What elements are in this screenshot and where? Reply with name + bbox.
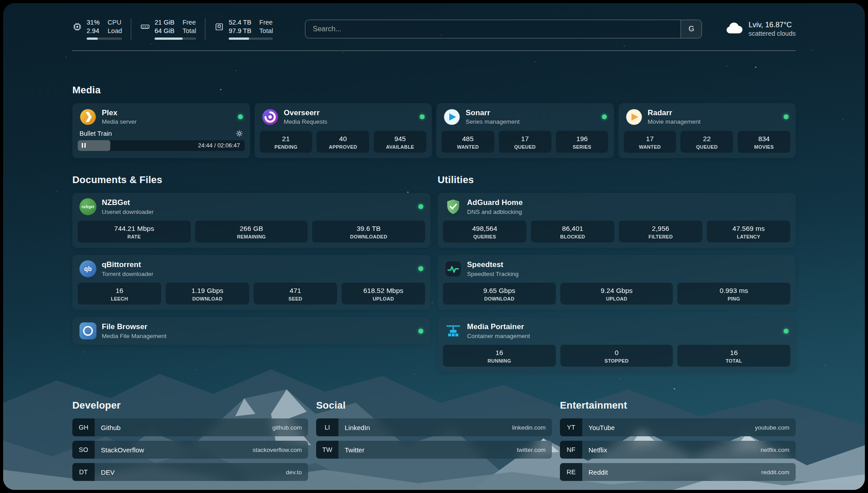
plex-icon: [79, 109, 96, 125]
service-desc: Media File Management: [102, 333, 167, 339]
speedtest-header-link[interactable]: Speedtest Speedtest Tracking: [438, 255, 796, 283]
cpu-percent: 31%: [87, 18, 100, 27]
bookmark-dev[interactable]: DT DEV dev.to: [72, 463, 308, 481]
filebrowser-header-link[interactable]: File Browser Media File Management: [72, 317, 430, 345]
disk-progress-fill: [229, 38, 249, 40]
service-desc: Usenet downloader: [102, 209, 154, 215]
memory-icon: [140, 22, 150, 32]
pause-icon[interactable]: [82, 143, 86, 148]
weather-condition: scattered clouds: [748, 29, 796, 38]
stat-value: 17: [626, 134, 675, 143]
stat-ping: 0.993 ms PING: [677, 283, 790, 305]
bookmark-abbr: LI: [316, 418, 338, 436]
stat-value: 21: [262, 134, 311, 143]
stat-value: 0: [562, 348, 672, 357]
stat-label: UPLOAD: [343, 296, 423, 301]
plex-header-link[interactable]: Plex Media server: [72, 103, 250, 131]
gear-icon[interactable]: [236, 130, 243, 137]
stat-value: 0.993 ms: [679, 286, 789, 295]
stat-stopped: 0 STOPPED: [560, 345, 673, 367]
memory-free-value: 21 GiB: [154, 18, 174, 27]
bookmark-youtube[interactable]: YT YouTube youtube.com: [560, 418, 796, 436]
top-bar: 31% 2.94 CPU Load: [72, 18, 796, 40]
status-dot: [238, 114, 243, 119]
bookmark-url: stackoverflow.com: [253, 447, 302, 453]
bookmark-name: Twitter: [345, 446, 364, 454]
cpu-icon: [72, 22, 82, 32]
stat-queries: 498,564 QUERIES: [443, 221, 526, 242]
developer-bookmarks: Developer GH Github github.com SO StackO…: [72, 400, 308, 485]
stat-value: 47.569 ms: [709, 224, 789, 233]
media-section: Media Plex: [72, 84, 796, 158]
sonarr-icon: [443, 109, 460, 125]
bookmark-name: Github: [101, 424, 121, 431]
bookmark-name: LinkedIn: [345, 424, 370, 431]
service-desc: Media Requests: [284, 118, 328, 125]
stat-value: 2,956: [621, 224, 701, 233]
nzbget-header-link[interactable]: nzbget NZBGet Usenet downloader: [72, 193, 430, 221]
service-name: qBittorrent: [102, 260, 154, 269]
search-provider-button[interactable]: G: [680, 20, 701, 38]
stat-value: 618.52 Mbps: [343, 286, 423, 295]
bookmark-url: twitter.com: [517, 447, 546, 453]
stat-label: WANTED: [626, 144, 675, 150]
adguard-header-link[interactable]: AdGuard Home DNS and adblocking: [438, 193, 796, 221]
search-input[interactable]: [305, 20, 702, 38]
service-desc: Torrent downloader: [102, 271, 154, 277]
stat-label: LEECH: [79, 296, 159, 301]
sonarr-header-link[interactable]: Sonarr Series management: [436, 103, 614, 131]
stat-label: DOWNLOAD: [445, 296, 554, 301]
stat-label: RATE: [79, 234, 189, 239]
snow-particles: [3, 3, 4, 4]
service-desc: Container management: [467, 333, 530, 339]
cpu-progress-bar: [87, 38, 122, 40]
portainer-header-link[interactable]: Media Portainer Container management: [438, 317, 796, 345]
stat-filtered: 2,956 FILTERED: [619, 221, 702, 242]
stat-value: 22: [682, 134, 731, 143]
stat-leech: 16 LEECH: [78, 283, 161, 305]
stat-label: LATENCY: [709, 234, 789, 239]
bookmark-url: reddit.com: [761, 469, 789, 476]
radarr-header-link[interactable]: Radarr Movie management: [618, 103, 796, 131]
service-name: File Browser: [102, 322, 167, 331]
status-dot: [420, 114, 425, 119]
bookmark-netflix[interactable]: NF Netflix netflix.com: [560, 441, 796, 459]
service-name: Sonarr: [466, 109, 520, 117]
snow-particles-bright: [3, 3, 4, 4]
service-card-nzbget: nzbget NZBGet Usenet downloader 744.21 M…: [72, 193, 430, 248]
overseerr-header-link[interactable]: Overseerr Media Requests: [255, 103, 432, 131]
bookmark-abbr: TW: [316, 441, 338, 459]
qbittorrent-header-link[interactable]: qb qBittorrent Torrent downloader: [72, 255, 430, 283]
status-dot: [784, 329, 789, 334]
bookmark-reddit[interactable]: RE Reddit reddit.com: [560, 463, 796, 481]
stat-label: AVAILABLE: [376, 144, 425, 150]
stat-label: SEED: [255, 296, 335, 301]
stat-download: 1.19 Gbps DOWNLOAD: [166, 283, 249, 305]
stat-label: REMAINING: [197, 234, 306, 239]
stat-label: BLOCKED: [533, 234, 613, 239]
bookmark-github[interactable]: GH Github github.com: [72, 418, 308, 436]
stat-value: 9.24 Gbps: [562, 286, 672, 295]
section-title-utilities: Utilities: [438, 174, 796, 186]
service-desc: Movie management: [648, 118, 701, 125]
bookmark-linkedin[interactable]: LI LinkedIn linkedin.com: [316, 418, 552, 436]
stat-value: 266 GB: [197, 224, 306, 233]
nzbget-icon: nzbget: [79, 198, 96, 215]
stat-label: MOVIES: [739, 144, 789, 150]
stat-blocked: 86,401 BLOCKED: [531, 221, 614, 242]
bookmark-stackoverflow[interactable]: SO StackOverflow stackoverflow.com: [72, 441, 308, 459]
stat-value: 834: [739, 134, 789, 143]
bookmark-url: youtube.com: [755, 424, 789, 431]
cpu-label: CPU: [108, 18, 122, 27]
utilities-section: Utilities AdGuard: [438, 174, 796, 372]
search-bar: G: [305, 20, 702, 38]
service-card-portainer: Media Portainer Container management 16 …: [438, 317, 796, 372]
service-card-adguard: AdGuard Home DNS and adblocking 498,564 …: [438, 193, 796, 248]
stat-latency: 47.569 ms LATENCY: [707, 221, 790, 242]
stat-label: QUEUED: [682, 144, 731, 150]
bookmark-abbr: GH: [72, 418, 95, 436]
section-title-social: Social: [316, 400, 552, 411]
bookmark-twitter[interactable]: TW Twitter twitter.com: [316, 441, 552, 459]
plex-player-bar[interactable]: 24:44 / 02:06:47: [78, 140, 245, 151]
stat-label: SERIES: [558, 144, 607, 150]
